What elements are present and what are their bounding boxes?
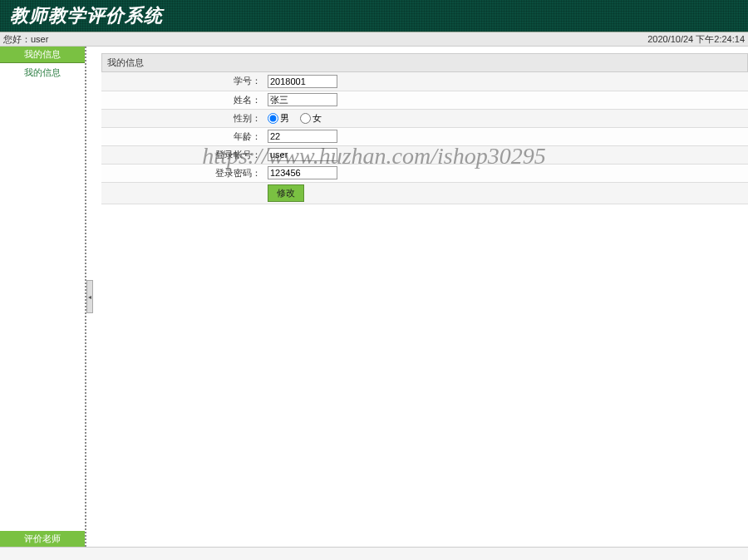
row-login: 登录帐号： bbox=[101, 145, 748, 164]
sidebar-section-myinfo[interactable]: 我的信息 bbox=[0, 47, 85, 63]
label-login: 登录帐号： bbox=[101, 145, 264, 164]
app-title: 教师教学评价系统 bbox=[10, 3, 163, 28]
top-bar: 您好：user 2020/10/24 下午2:24:14 bbox=[0, 32, 748, 47]
row-gender: 性别： 男 女 bbox=[101, 109, 748, 127]
row-student-id: 学号： bbox=[101, 72, 748, 91]
row-age: 年龄： bbox=[101, 127, 748, 145]
sidebar-spacer bbox=[0, 82, 85, 531]
submit-button[interactable]: 修改 bbox=[268, 184, 304, 202]
main-content: 我的信息 学号： 姓名： 性别： 男 bbox=[86, 47, 748, 547]
datetime-display: 2020/10/24 下午2:24:14 bbox=[647, 33, 745, 46]
app-header: 教师教学评价系统 bbox=[0, 0, 748, 32]
gender-female-option[interactable]: 女 bbox=[300, 113, 322, 123]
label-name: 姓名： bbox=[101, 91, 264, 109]
row-submit: 修改 bbox=[101, 182, 748, 204]
status-bar bbox=[0, 547, 748, 560]
student-id-input[interactable] bbox=[268, 75, 337, 88]
gender-female-radio[interactable] bbox=[300, 113, 311, 124]
name-input[interactable] bbox=[268, 93, 337, 106]
profile-form: 学号： 姓名： 性别： 男 女 bbox=[101, 72, 748, 204]
gender-male-option[interactable]: 男 bbox=[268, 113, 292, 123]
label-age: 年龄： bbox=[101, 127, 264, 145]
sidebar-item-myinfo[interactable]: 我的信息 bbox=[0, 63, 85, 82]
current-user: user bbox=[31, 34, 48, 44]
row-name: 姓名： bbox=[101, 91, 748, 109]
password-input[interactable] bbox=[268, 166, 337, 179]
panel-title: 我的信息 bbox=[101, 53, 748, 72]
sidebar-section-evaluate[interactable]: 评价老师 bbox=[0, 531, 85, 547]
age-input[interactable] bbox=[268, 130, 337, 143]
gender-male-radio[interactable] bbox=[268, 113, 278, 124]
greeting: 您好：user bbox=[3, 33, 48, 46]
main-layout: 我的信息 我的信息 评价老师 ◂ 我的信息 学号： 姓名： 性别： bbox=[0, 47, 748, 547]
sidebar-collapse-handle[interactable]: ◂ bbox=[86, 280, 93, 313]
label-student-id: 学号： bbox=[101, 72, 264, 91]
label-password: 登录密码： bbox=[101, 164, 264, 182]
row-password: 登录密码： bbox=[101, 164, 748, 182]
label-gender: 性别： bbox=[101, 109, 264, 127]
login-input[interactable] bbox=[268, 148, 337, 161]
greeting-label: 您好： bbox=[3, 34, 31, 44]
sidebar: 我的信息 我的信息 评价老师 bbox=[0, 47, 86, 547]
chevron-left-icon: ◂ bbox=[88, 293, 91, 301]
